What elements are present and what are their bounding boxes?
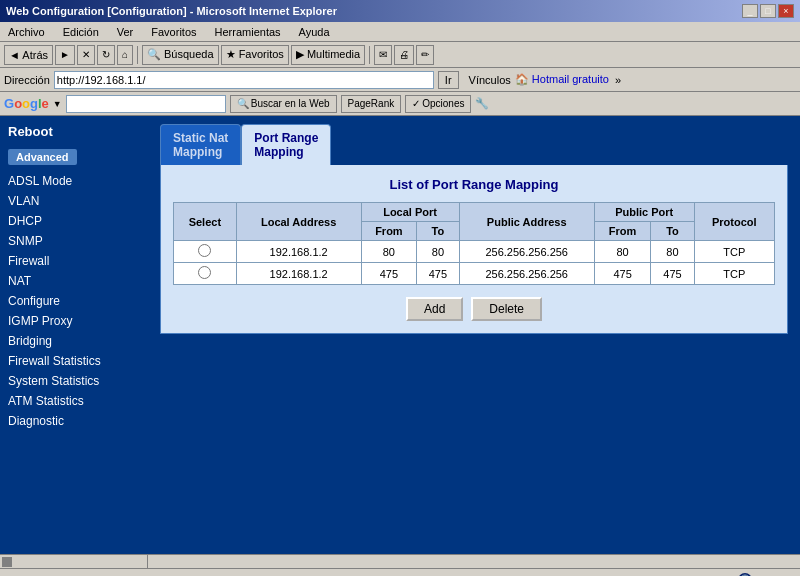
row2-local-address: 192.168.1.2	[236, 263, 361, 285]
address-label: Dirección	[4, 74, 50, 86]
mail-button[interactable]: ✉	[374, 45, 392, 65]
col-public-to: To	[651, 222, 694, 241]
col-local-port: Local Port	[361, 203, 459, 222]
stop-button[interactable]: ✕	[77, 45, 95, 65]
col-local-address: Local Address	[236, 203, 361, 241]
sidebar-item-nat[interactable]: NAT	[0, 271, 134, 291]
search-button[interactable]: 🔍 Búsqueda	[142, 45, 219, 65]
tab-bar: Static Nat Mapping Port Range Mapping	[148, 116, 800, 165]
row1-radio[interactable]	[198, 244, 211, 257]
window-title: Web Configuration [Configuration] - Micr…	[6, 5, 337, 17]
window-controls[interactable]: _ □ ×	[742, 4, 794, 18]
internet-icon	[738, 573, 752, 577]
address-bar: Dirección Ir Vínculos 🏠 Hotmail gratuito…	[0, 68, 800, 92]
row2-public-from: 475	[594, 263, 651, 285]
sidebar-item-firewall-statistics[interactable]: Firewall Statistics	[0, 351, 134, 371]
add-button[interactable]: Add	[406, 297, 463, 321]
row1-local-from: 80	[361, 241, 417, 263]
multimedia-button[interactable]: ▶ Multimedia	[291, 45, 365, 65]
menu-favoritos[interactable]: Favoritos	[147, 25, 200, 39]
content-area: Static Nat Mapping Port Range Mapping Li…	[148, 116, 800, 554]
menu-herramientas[interactable]: Herramientas	[211, 25, 285, 39]
address-input[interactable]	[54, 71, 434, 89]
edit-button[interactable]: ✏	[416, 45, 434, 65]
row2-local-to: 475	[417, 263, 459, 285]
google-dropdown-icon[interactable]: ▼	[53, 99, 62, 109]
sidebar-item-firewall[interactable]: Firewall	[0, 251, 134, 271]
print-button[interactable]: 🖨	[394, 45, 414, 65]
col-public-port: Public Port	[594, 203, 694, 222]
google-logo: Google	[4, 96, 49, 111]
sidebar-item-snmp[interactable]: SNMP	[0, 231, 134, 251]
back-button[interactable]: ◄ Atrás	[4, 45, 53, 65]
tab-static-nat-mapping[interactable]: Static Nat Mapping	[160, 124, 241, 165]
sidebar-reboot[interactable]: Reboot	[0, 120, 134, 147]
col-public-address: Public Address	[459, 203, 594, 241]
menu-archivo[interactable]: Archivo	[4, 25, 49, 39]
action-buttons: Add Delete	[173, 297, 775, 321]
advanced-label: Advanced	[8, 149, 77, 165]
col-select: Select	[174, 203, 237, 241]
bottom-scroll-area	[0, 554, 800, 568]
col-local-from: From	[361, 222, 417, 241]
row2-radio[interactable]	[198, 266, 211, 279]
toolbar: ◄ Atrás ► ✕ ↻ ⌂ 🔍 Búsqueda ★ Favoritos ▶…	[0, 42, 800, 68]
google-bar: Google ▼ 🔍 Buscar en la Web PageRank ✓ O…	[0, 92, 800, 116]
scroll-thumb-left[interactable]	[2, 557, 12, 567]
row2-protocol: TCP	[694, 263, 774, 285]
refresh-button[interactable]: ↻	[97, 45, 115, 65]
status-bar: Listo Internet	[0, 568, 800, 576]
row1-public-address: 256.256.256.256	[459, 241, 594, 263]
delete-button[interactable]: Delete	[471, 297, 542, 321]
sidebar-item-igmp-proxy[interactable]: IGMP Proxy	[0, 311, 134, 331]
col-protocol: Protocol	[694, 203, 774, 241]
menu-ver[interactable]: Ver	[113, 25, 138, 39]
row1-select[interactable]	[174, 241, 237, 263]
sidebar-item-dhcp[interactable]: DHCP	[0, 211, 134, 231]
table-title: List of Port Range Mapping	[173, 177, 775, 192]
status-internet: Internet	[738, 573, 792, 577]
row1-protocol: TCP	[694, 241, 774, 263]
wrench-icon: 🔧	[475, 97, 489, 110]
maximize-button[interactable]: □	[760, 4, 776, 18]
col-local-to: To	[417, 222, 459, 241]
row1-local-address: 192.168.1.2	[236, 241, 361, 263]
google-search-button[interactable]: 🔍 Buscar en la Web	[230, 95, 337, 113]
minimize-button[interactable]: _	[742, 4, 758, 18]
menu-ayuda[interactable]: Ayuda	[295, 25, 334, 39]
content-horiz-scroll[interactable]	[148, 554, 800, 568]
sidebar-item-diagnostic[interactable]: Diagnostic	[0, 411, 134, 431]
sidebar-item-atm-statistics[interactable]: ATM Statistics	[0, 391, 134, 411]
row2-public-address: 256.256.256.256	[459, 263, 594, 285]
options-button[interactable]: ✓ Opciones	[405, 95, 471, 113]
port-range-table: Select Local Address Local Port Public A…	[173, 202, 775, 285]
col-public-from: From	[594, 222, 651, 241]
table-row: 192.168.1.2 80 80 256.256.256.256 80 80 …	[174, 241, 775, 263]
google-search-input[interactable]	[66, 95, 226, 113]
table-area: List of Port Range Mapping Select Local …	[160, 165, 788, 334]
pagerank-button[interactable]: PageRank	[341, 95, 402, 113]
favorites-button[interactable]: ★ Favoritos	[221, 45, 289, 65]
row1-public-from: 80	[594, 241, 651, 263]
tab-port-range-mapping[interactable]: Port Range Mapping	[241, 124, 331, 165]
sidebar-item-adsl-mode[interactable]: ADSL Mode	[0, 171, 134, 191]
forward-button[interactable]: ►	[55, 45, 75, 65]
menu-bar: Archivo Edición Ver Favoritos Herramient…	[0, 22, 800, 42]
sidebar-item-vlan[interactable]: VLAN	[0, 191, 134, 211]
sidebar-content: Reboot Advanced ADSL Mode VLAN DHCP SNMP…	[0, 116, 148, 435]
go-button[interactable]: Ir	[438, 71, 459, 89]
sidebar: Reboot Advanced ADSL Mode VLAN DHCP SNMP…	[0, 116, 148, 554]
sidebar-item-system-statistics[interactable]: System Statistics	[0, 371, 134, 391]
hotmail-label: 🏠 Hotmail gratuito	[515, 73, 609, 86]
close-button[interactable]: ×	[778, 4, 794, 18]
home-button[interactable]: ⌂	[117, 45, 133, 65]
links-label: Vínculos	[469, 74, 511, 86]
row2-select[interactable]	[174, 263, 237, 285]
sidebar-item-configure[interactable]: Configure	[0, 291, 134, 311]
sidebar-horiz-scroll[interactable]	[0, 554, 148, 568]
main-area: Reboot Advanced ADSL Mode VLAN DHCP SNMP…	[0, 116, 800, 554]
sidebar-item-bridging[interactable]: Bridging	[0, 331, 134, 351]
table-row: 192.168.1.2 475 475 256.256.256.256 475 …	[174, 263, 775, 285]
menu-edicion[interactable]: Edición	[59, 25, 103, 39]
expand-btn[interactable]: »	[615, 74, 621, 86]
